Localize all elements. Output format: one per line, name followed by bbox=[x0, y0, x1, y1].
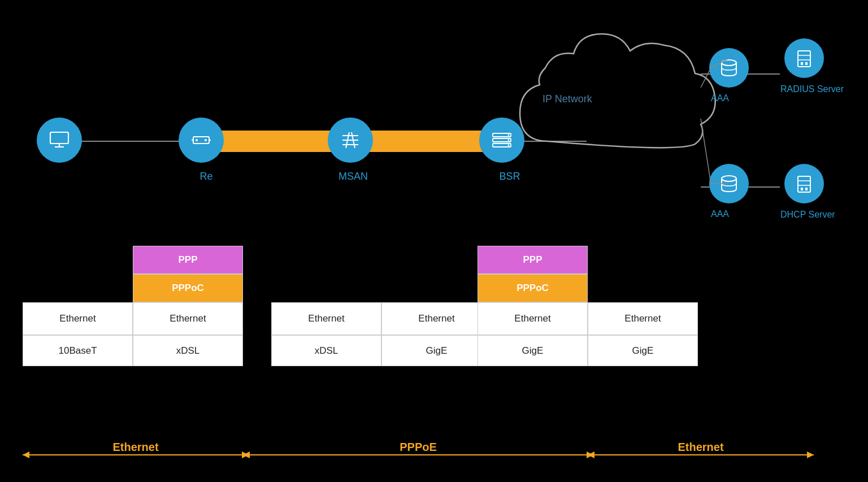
cell-right-spacer1 bbox=[588, 246, 698, 274]
svg-point-17 bbox=[508, 140, 510, 141]
cell-mid-gige: GigE bbox=[381, 335, 492, 366]
aaa-top-icon bbox=[718, 57, 740, 79]
cell-mid-col2-ethernet: Ethernet bbox=[381, 302, 492, 335]
re-icon bbox=[189, 128, 214, 153]
span-ethernet-left: Ethernet bbox=[23, 441, 249, 469]
cell-left-ppp: PPP bbox=[133, 246, 243, 274]
svg-text:PPPoE: PPPoE bbox=[400, 441, 437, 453]
cloud-shape bbox=[503, 17, 723, 175]
radius-icon bbox=[793, 47, 815, 69]
span-ethernet-right: Ethernet bbox=[588, 441, 814, 469]
cell-left-spacer1 bbox=[23, 246, 133, 274]
svg-rect-29 bbox=[801, 188, 803, 190]
cell-left-pppoc: PPPoC bbox=[133, 274, 243, 302]
svg-rect-0 bbox=[50, 132, 68, 144]
stack-right-col1: PPP PPPoC Ethernet GigE bbox=[478, 246, 588, 366]
cell-left-col2-ethernet: Ethernet bbox=[133, 302, 243, 335]
cell-right-col1-ethernet: Ethernet bbox=[478, 302, 588, 335]
svg-point-16 bbox=[508, 134, 510, 136]
svg-marker-45 bbox=[807, 451, 814, 458]
cell-left-xdsl: xDSL bbox=[133, 335, 243, 366]
label-aaa-bottom: AAA bbox=[711, 209, 729, 219]
cell-right-gige2: GigE bbox=[588, 335, 698, 366]
stack-left: Ethernet 10BaseT PPP PPPoC Ethernet xDSL bbox=[23, 246, 243, 366]
svg-rect-26 bbox=[798, 176, 810, 192]
cell-mid-xdsl: xDSL bbox=[271, 335, 381, 366]
label-dhcp: DHCP Server bbox=[780, 209, 835, 221]
label-aaa-top: AAA bbox=[711, 93, 729, 103]
aaa-bottom-icon bbox=[718, 173, 740, 194]
node-radius bbox=[784, 38, 824, 78]
span-pppoe: PPPoE bbox=[243, 441, 593, 469]
node-aaa-bottom bbox=[709, 164, 749, 203]
svg-marker-44 bbox=[588, 451, 594, 458]
stack-left-col1: Ethernet 10BaseT bbox=[23, 246, 133, 366]
cell-right-gige1: GigE bbox=[478, 335, 588, 366]
stack-left-col2: PPP PPPoC Ethernet xDSL bbox=[133, 246, 243, 366]
stack-right: PPP PPPoC Ethernet GigE Ethernet GigE bbox=[478, 246, 698, 366]
svg-marker-36 bbox=[23, 451, 29, 458]
svg-point-25 bbox=[722, 176, 736, 181]
svg-rect-20 bbox=[798, 51, 810, 67]
node-computer bbox=[37, 118, 82, 163]
svg-point-18 bbox=[508, 145, 510, 146]
bsr-icon bbox=[489, 128, 514, 153]
msan-icon bbox=[338, 128, 363, 153]
cell-right-col2-ethernet: Ethernet bbox=[588, 302, 698, 335]
node-msan bbox=[328, 118, 373, 163]
svg-point-19 bbox=[722, 60, 736, 66]
cell-right-spacer2 bbox=[588, 274, 698, 302]
label-re: Re bbox=[172, 171, 240, 183]
ip-network-label: IP Network bbox=[542, 93, 592, 105]
svg-rect-30 bbox=[805, 188, 808, 190]
node-dhcp bbox=[784, 164, 824, 203]
cell-left-spacer2 bbox=[23, 274, 133, 302]
line-computer-re bbox=[82, 141, 181, 142]
svg-marker-40 bbox=[243, 451, 250, 458]
main-diagram: IP Network Re MSAN bbox=[0, 0, 868, 482]
stack-middle-col1: Ethernet xDSL bbox=[271, 302, 381, 366]
node-bsr bbox=[479, 118, 524, 163]
node-aaa-top bbox=[709, 48, 749, 88]
svg-point-4 bbox=[196, 139, 198, 141]
cell-left-10baset: 10BaseT bbox=[23, 335, 133, 366]
svg-rect-23 bbox=[801, 62, 803, 65]
stack-right-col2: Ethernet GigE bbox=[588, 246, 698, 366]
label-radius: RADIUS Server bbox=[780, 84, 844, 95]
stack-middle: Ethernet xDSL Ethernet GigE bbox=[271, 302, 492, 366]
label-bsr: BSR bbox=[476, 171, 544, 183]
svg-text:Ethernet: Ethernet bbox=[678, 441, 723, 453]
cell-right-ppp: PPP bbox=[478, 246, 588, 274]
dhcp-icon bbox=[793, 173, 815, 194]
cell-left-ethernet: Ethernet bbox=[23, 302, 133, 335]
stack-middle-col2: Ethernet GigE bbox=[381, 302, 492, 366]
cell-right-pppoc: PPPoC bbox=[478, 274, 588, 302]
cell-mid-ethernet: Ethernet bbox=[271, 302, 381, 335]
label-msan: MSAN bbox=[319, 171, 387, 183]
computer-icon bbox=[47, 128, 72, 153]
node-re bbox=[179, 118, 224, 163]
svg-point-5 bbox=[205, 139, 207, 141]
svg-text:Ethernet: Ethernet bbox=[112, 441, 158, 453]
svg-rect-24 bbox=[805, 62, 808, 65]
